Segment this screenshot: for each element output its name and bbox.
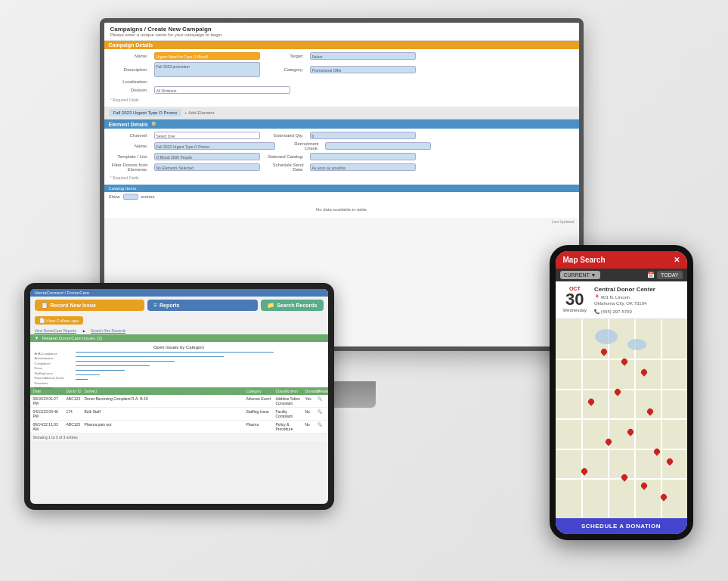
mobile-toolbar: CURRENT ▼ 📅 TODAY [556,269,687,281]
chart-x-labels: 0 0.05 0.1 0.15 0.2 0.25 0.3 0.35 0.4 0.… [35,391,324,395]
table-row: 09/10/23 01:27 PM ABC123 Donor Becoming … [30,395,328,408]
name-input[interactable]: Urgent Need for Type O Blood! [154,52,260,60]
map-container[interactable] [556,319,687,518]
row2-id: 174 [67,409,82,418]
calendar-icon: 📅 [647,272,655,278]
mobile-screen: Map Search ✕ CURRENT ▼ 📅 TODAY [550,245,693,540]
description-label: Description: [110,67,148,72]
category-label: Category: [266,67,304,72]
close-icon[interactable]: ✕ [674,256,680,264]
map-pin[interactable] [620,473,628,481]
table-row: 04/12/23 05:46 PM 174 Bulk Staff Staffin… [30,408,328,421]
target-input[interactable]: Select [310,52,416,60]
date-block: OCT 30 Wednesday [563,286,587,314]
record-icon: 📋 [41,302,48,309]
element-required-note: * Required Fields [110,174,573,182]
est-qty-input[interactable]: 0 [310,132,416,139]
template-input[interactable]: O Blood 2000 People [154,153,260,160]
followup-icon: 📄 [39,318,45,323]
catalog-input[interactable] [310,153,416,160]
road-v4 [661,319,662,518]
mobile: Map Search ✕ CURRENT ▼ 📅 TODAY [550,245,697,548]
today-area: 📅 TODAY [647,271,682,279]
breadcrumb: Campaigns / Create New Campaign [110,26,573,33]
filter-input[interactable]: No Elements Selected [154,163,260,171]
division-select[interactable]: All Divisions [154,86,290,94]
element-row-filter: Filter Donors from Elements: No Elements… [110,163,573,172]
followup-btn[interactable]: 📄 View Follow-ups [35,316,84,325]
required-note: * Required Fields [110,96,573,104]
today-btn[interactable]: TODAY [657,271,682,279]
row2-class: Facility Complaint [276,409,302,418]
center-info: Central Donor Center 📍 901 N. Lincoln Ok… [594,286,679,314]
chart-content: AHA Compliance Administrative Compliance… [35,352,324,390]
row1-detail[interactable]: 🔍 [318,396,325,405]
map-pin[interactable] [587,397,595,405]
tab-bar: Fall 2023 Urgent Type O Promo + Add Elem… [104,107,579,120]
row2-date: 04/12/23 05:46 PM [33,409,64,418]
chart-y-labels: AHA Compliance Administrative Compliance… [35,352,73,390]
row1-category: Adverse Event [246,396,273,405]
row1-subject: Donor Becoming Complaint R.A. B-18 [85,396,243,405]
last-updated: Last Updated [104,218,579,225]
schedule-donation-btn[interactable]: SCHEDULE A DONATION [556,518,687,534]
schedule-input[interactable]: As soon as possible [310,163,416,171]
reports-icon: ≡ [153,302,157,309]
description-input[interactable]: Fall 2023 promotion [154,62,260,77]
map-pin[interactable] [646,408,655,416]
channel-select[interactable]: Select One [154,132,260,139]
recruit-input[interactable] [325,142,431,150]
current-filter-btn[interactable]: CURRENT ▼ [560,271,600,279]
category-input[interactable]: Promotional Offer [310,66,416,73]
date-day: 30 [563,291,587,308]
row3-detail[interactable]: 🔍 [318,422,325,431]
reports-btn[interactable]: ≡ Reports [147,300,258,311]
road-v1 [581,319,583,518]
target-label: Target: [266,54,304,58]
no-data: No data available in table [104,201,579,218]
center-address: 📍 901 N. Lincoln Oklahoma City, OK 73104 [594,294,679,307]
map-pin[interactable] [640,368,648,376]
element-row-template: Template / List: O Blood 2000 People Sel… [110,153,573,160]
search-rec-link[interactable]: Search Rec Records [91,328,125,333]
localization-label: Localization: [110,79,148,84]
mobile-ui: Map Search ✕ CURRENT ▼ 📅 TODAY [556,251,687,534]
row2-subject: Bulk Staff [85,409,243,418]
search-btn[interactable]: 📁 Search Records [261,300,323,311]
show-input[interactable] [123,194,138,200]
row1-class: Additive Token Complaint [276,396,302,405]
map-pin[interactable] [604,437,612,446]
road-h3 [556,418,687,420]
tab-campaign[interactable]: Fall 2023 Urgent Type O Promo [109,109,182,117]
row1-date: 09/10/23 01:27 PM [33,396,64,405]
sub-links: View DonorCare Reports ● Search Rec Reco… [30,327,328,334]
map-pin[interactable] [666,457,674,465]
el-name-input[interactable]: Fall 2023 Urgent Type O Promo [154,142,275,150]
campaign-details-bar: Campaign Details [104,41,579,49]
form-row-name: Name: Urgent Need for Type O Blood! Targ… [110,52,573,60]
record-issue-btn[interactable]: 📋 Record New Issue [35,300,145,311]
filter-label: Filter Donors from Elements: [110,163,148,172]
add-element-btn[interactable]: + Add Element [184,110,214,115]
campaign-subtitle: Please enter a unique name for your camp… [110,33,573,37]
view-dc-link[interactable]: View DonorCare Reports [35,328,77,333]
followups-row: 📄 View Follow-ups [30,314,328,327]
row2-detail[interactable]: 🔍 [318,409,325,418]
chart-area: Open Issues by Category AHA Compliance A… [30,342,328,387]
chart-bars [76,352,324,390]
campaign-header: Campaigns / Create New Campaign Please e… [104,23,579,41]
recruit-label: Recruitment Check: [281,141,319,151]
road-h2 [556,389,687,390]
map-pin[interactable] [640,481,648,489]
row1-id: ABC123 [67,396,82,405]
mobile-calendar: OCT 30 Wednesday Central Donor Center 📍 … [556,281,687,319]
row3-class: Policy & Procedure [276,422,302,431]
main-buttons: 📋 Record New Issue ≡ Reports 📁 Search Re… [30,297,328,314]
division-label: Division: [110,88,148,92]
pagination: Showing 1 to 3 of 3 entries [30,433,328,441]
campaign-form: Name: Urgent Need for Type O Blood! Targ… [104,49,579,107]
form-row-localization: Localization: [110,79,573,84]
water2 [627,339,646,350]
donorcare-header: HemaConnect / DonorCare [30,289,328,297]
element-form: Channel: Select One Estimated Qty: 0 Nam… [104,129,579,185]
